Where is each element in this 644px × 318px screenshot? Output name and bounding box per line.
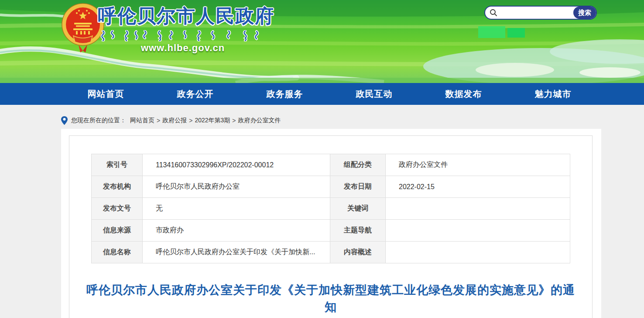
document-metadata-table: 索引号 1134160073302996XP/202202-00012 组配分类… <box>91 154 570 263</box>
breadcrumb-gazette[interactable]: 政府公报 <box>162 117 187 124</box>
meta-value-document-number: 无 <box>143 198 330 220</box>
meta-label-category: 组配分类 <box>330 154 386 176</box>
table-row: 发布机构 呼伦贝尔市人民政府办公室 发布日期 2022-02-15 <box>92 176 570 198</box>
meta-value-info-source: 市政府办 <box>143 220 330 242</box>
nav-item-gov-disclosure[interactable]: 政务公开 <box>151 83 240 105</box>
meta-value-topic-navigation <box>386 220 570 242</box>
nav-item-gov-services[interactable]: 政务服务 <box>240 83 329 105</box>
nav-item-city-charm[interactable]: 魅力城市 <box>508 83 598 105</box>
mongolian-script-decoration <box>99 30 262 41</box>
site-url: www.hlbe.gov.cn <box>98 42 268 54</box>
breadcrumb-separator: > <box>232 117 236 124</box>
meta-label-index-number: 索引号 <box>92 154 143 176</box>
meta-value-publish-date: 2022-02-15 <box>386 176 570 198</box>
meta-label-keywords: 关键词 <box>330 198 386 220</box>
table-row: 发布文号 无 关键词 <box>92 198 570 220</box>
breadcrumb-separator: > <box>189 117 192 124</box>
meta-label-info-source: 信息来源 <box>92 220 143 242</box>
meta-label-publish-date: 发布日期 <box>330 176 386 198</box>
site-banner: 呼伦贝尔市人民政府 www.hlbe.gov.cn <box>0 0 644 83</box>
breadcrumb: 您现在所在的位置： 网站首页 > 政府公报 > 2022年第3期 > 政府办公室… <box>0 105 644 129</box>
table-row: 索引号 1134160073302996XP/202202-00012 组配分类… <box>92 154 570 176</box>
meta-value-info-name: 呼伦贝尔市人民政府办公室关于印发《关于加快新... <box>143 242 330 263</box>
location-pin-icon <box>61 116 68 125</box>
site-search: 搜索 <box>484 6 597 20</box>
meta-label-issuing-agency: 发布机构 <box>92 176 143 198</box>
meta-label-content-summary: 内容概述 <box>330 242 386 263</box>
nav-item-home[interactable]: 网站首页 <box>61 83 151 105</box>
meta-value-index-number: 1134160073302996XP/202202-00012 <box>143 154 330 176</box>
breadcrumb-separator: > <box>157 117 160 124</box>
table-row: 信息来源 市政府办 主题导航 <box>92 220 570 242</box>
site-title-link[interactable]: 呼伦贝尔市人民政府 <box>98 3 272 29</box>
meta-label-document-number: 发布文号 <box>92 198 143 220</box>
main-navigation: 网站首页 政务公开 政务服务 政民互动 数据发布 魅力城市 <box>0 83 644 105</box>
meta-value-content-summary <box>386 242 570 263</box>
breadcrumb-home[interactable]: 网站首页 <box>130 117 154 124</box>
meta-label-info-name: 信息名称 <box>92 242 143 263</box>
table-row: 信息名称 呼伦贝尔市人民政府办公室关于印发《关于加快新... 内容概述 <box>92 242 570 263</box>
nav-item-data-release[interactable]: 数据发布 <box>419 83 508 105</box>
search-button[interactable]: 搜索 <box>573 7 596 19</box>
document-title: 呼伦贝尔市人民政府办公室关于印发《关于加快新型建筑工业化绿色发展的实施意见》的通… <box>86 282 575 316</box>
content-card: 索引号 1134160073302996XP/202202-00012 组配分类… <box>61 129 601 318</box>
breadcrumb-office-documents[interactable]: 政府办公室文件 <box>238 117 281 124</box>
breadcrumb-issue-2022-3[interactable]: 2022年第3期 <box>195 117 230 124</box>
meta-label-topic-navigation: 主题导航 <box>330 220 386 242</box>
search-icon <box>490 9 497 17</box>
document-container: 索引号 1134160073302996XP/202202-00012 组配分类… <box>69 135 593 318</box>
meta-value-issuing-agency: 呼伦贝尔市人民政府办公室 <box>143 176 330 198</box>
breadcrumb-prefix: 您现在所在的位置： <box>71 117 126 124</box>
meta-value-category: 政府办公室文件 <box>386 154 570 176</box>
meta-value-keywords <box>386 198 570 220</box>
search-input[interactable] <box>501 9 573 16</box>
site-identity: 呼伦贝尔市人民政府 www.hlbe.gov.cn <box>98 3 272 54</box>
nav-item-public-interaction[interactable]: 政民互动 <box>329 83 419 105</box>
